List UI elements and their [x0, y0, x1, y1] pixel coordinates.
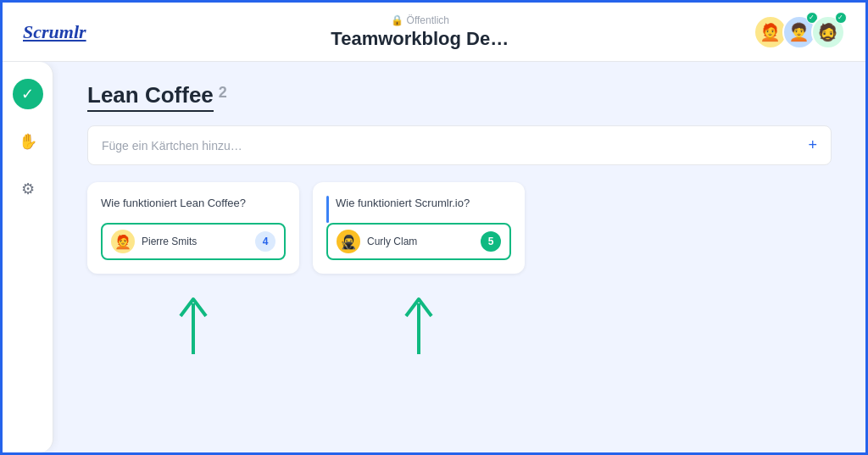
lock-icon: 🔒 — [391, 14, 403, 26]
sidebar-check-button[interactable]: ✓ — [13, 79, 43, 109]
card-1-footer: 🧑‍🦰 Pierre Smits 4 — [101, 223, 286, 260]
header-center: 🔒 Öffentlich Teamworkblog De… — [331, 14, 509, 50]
card-2-votes[interactable]: 5 — [481, 231, 501, 252]
arrow-1-container — [87, 291, 299, 358]
card-2-avatar: 🥷 — [337, 230, 360, 253]
avatar-3: 🧔 ✓ — [811, 15, 845, 49]
card-2-question-row: Wie funktioniert Scrumlr.io? — [326, 196, 511, 223]
arrow-2-container — [313, 291, 525, 358]
avatar-group: 🧑‍🦰 🧑‍🦱 ✓ 🧔 ✓ — [754, 15, 845, 49]
card-1: Wie funktioniert Lean Coffee? 🧑‍🦰 Pierre… — [87, 182, 299, 274]
add-card-input[interactable]: Füge ein Kärtchen hinzu… + — [87, 125, 832, 165]
board-title: Teamworkblog De… — [331, 28, 509, 50]
card-2-footer: 🥷 Curly Clam 5 — [326, 223, 511, 260]
section-title-row: Lean Coffee 2 — [87, 82, 832, 112]
sidebar: ✓ ✋ ⚙ — [3, 62, 53, 452]
card-2-user: 🥷 Curly Clam — [337, 230, 417, 253]
visibility-label: Öffentlich — [407, 14, 449, 26]
card-2-question: Wie funktioniert Scrumlr.io? — [336, 196, 470, 211]
card-1-username: Pierre Smits — [142, 236, 197, 247]
card-1-avatar: 🧑‍🦰 — [111, 230, 135, 253]
logo: Scrumlr — [23, 21, 86, 43]
card-2-username: Curly Clam — [367, 236, 417, 247]
card-2: Wie funktioniert Scrumlr.io? 🥷 Curly Cla… — [313, 182, 525, 274]
arrows-row — [87, 291, 832, 358]
section-count: 2 — [219, 84, 227, 102]
add-card-plus-icon[interactable]: + — [808, 136, 817, 154]
arrow-up-1 — [172, 291, 214, 358]
card-1-question: Wie funktioniert Lean Coffee? — [101, 196, 286, 211]
board-content: Lean Coffee 2 Füge ein Kärtchen hinzu… +… — [53, 62, 865, 452]
cards-grid: Wie funktioniert Lean Coffee? 🧑‍🦰 Pierre… — [87, 182, 832, 274]
header: Scrumlr 🔒 Öffentlich Teamworkblog De… 🧑‍… — [3, 3, 865, 62]
main-area: ✓ ✋ ⚙ Lean Coffee 2 Füge ein Kärtchen hi… — [3, 62, 865, 452]
sidebar-hand-button[interactable]: ✋ — [13, 126, 43, 157]
arrow-up-2 — [398, 291, 440, 358]
sidebar-gear-button[interactable]: ⚙ — [13, 174, 43, 204]
avatar-check-3: ✓ — [835, 12, 847, 24]
section-title: Lean Coffee — [87, 82, 214, 112]
add-card-placeholder: Füge ein Kärtchen hinzu… — [102, 139, 242, 153]
card-2-blue-bar — [326, 196, 329, 223]
card-1-votes[interactable]: 4 — [255, 231, 275, 252]
card-1-user: 🧑‍🦰 Pierre Smits — [111, 230, 197, 253]
lock-row: 🔒 Öffentlich — [331, 14, 509, 26]
